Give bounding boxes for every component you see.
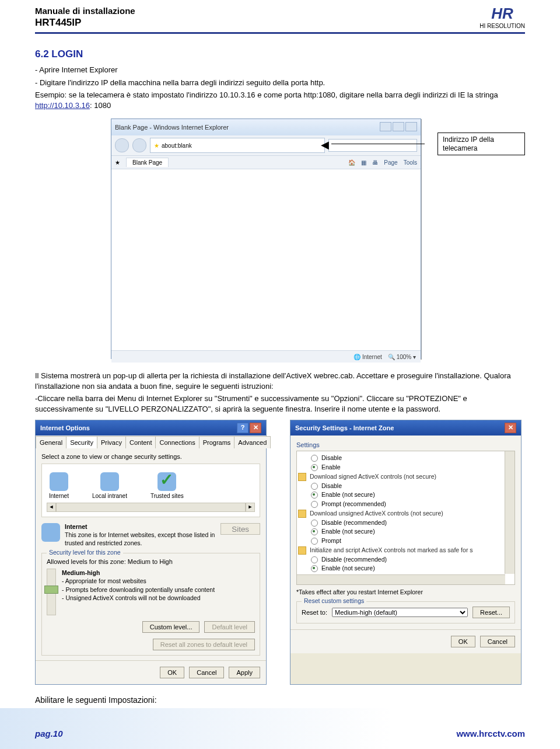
doc-title: Manuale di installazione xyxy=(35,6,525,16)
apply-button[interactable]: Apply xyxy=(229,667,260,678)
setting-option[interactable]: Prompt xyxy=(298,537,513,546)
tools-menu[interactable]: Tools xyxy=(404,159,417,166)
activex-icon xyxy=(298,473,306,481)
status-zoom[interactable]: 🔍 100% ▾ xyxy=(388,354,416,360)
tab-advanced[interactable]: Advanced xyxy=(234,436,271,448)
radio-icon[interactable] xyxy=(311,520,318,527)
setting-option[interactable]: Disable xyxy=(298,482,513,491)
ok-button[interactable]: OK xyxy=(451,636,475,647)
radio-icon[interactable] xyxy=(311,565,318,572)
setting-header: Download unsigned ActiveX controls (not … xyxy=(298,509,513,518)
window-buttons[interactable] xyxy=(379,122,417,133)
trusted-icon xyxy=(158,472,176,491)
favicon-icon: ★ xyxy=(154,142,159,149)
body-example: Esempio: se la telecamera è stato impost… xyxy=(35,90,525,110)
globe-icon xyxy=(50,472,68,491)
close-icon xyxy=(405,122,417,131)
reset-select[interactable]: Medium-high (default) xyxy=(332,608,468,617)
options-tabs: General Security Privacy Content Connect… xyxy=(36,436,266,448)
dialog-title: Security Settings - Internet Zone xyxy=(295,424,394,431)
search-box[interactable] xyxy=(328,139,417,152)
zone-local-intranet[interactable]: Local intranet xyxy=(92,472,127,499)
settings-label: Settings xyxy=(296,441,515,448)
forward-button[interactable] xyxy=(132,138,146,152)
ie-window: Blank Page - Windows Internet Explorer ★… xyxy=(111,119,421,359)
tab-security[interactable]: Security xyxy=(66,436,97,448)
zone-internet[interactable]: Internet xyxy=(49,472,69,499)
reset-to-label: Reset to: xyxy=(302,609,327,616)
custom-level-button[interactable]: Custom level... xyxy=(142,621,200,633)
sites-button: Sites xyxy=(220,523,260,535)
page-menu[interactable]: Page xyxy=(384,159,397,166)
tab-content[interactable]: Content xyxy=(125,436,156,448)
radio-icon[interactable] xyxy=(311,501,318,508)
default-level-button: Default level xyxy=(204,621,255,633)
radio-icon[interactable] xyxy=(311,483,318,490)
radio-icon[interactable] xyxy=(311,455,318,462)
back-button[interactable] xyxy=(115,138,129,152)
setting-option[interactable]: Prompt (recommended) xyxy=(298,500,513,509)
reset-all-zones-button: Reset all zones to default level xyxy=(153,639,255,650)
radio-icon[interactable] xyxy=(311,464,318,471)
allowed-levels: Allowed levels for this zone: Medium to … xyxy=(47,558,255,565)
feeds-icon[interactable]: ▦ xyxy=(361,159,366,166)
setting-header: Initialize and script ActiveX controls n… xyxy=(298,546,513,555)
horizontal-scrollbar[interactable] xyxy=(297,574,505,584)
radio-icon[interactable] xyxy=(311,492,318,499)
setting-option[interactable]: Enable xyxy=(298,463,513,472)
address-bar[interactable]: ★about:blank xyxy=(150,138,325,153)
internet-options-dialog: Internet Options ?✕ General Security Pri… xyxy=(35,420,267,685)
ie-content xyxy=(111,169,421,350)
setting-header: Download signed ActiveX controls (not se… xyxy=(298,472,513,482)
ie-titlebar: Blank Page - Windows Internet Explorer xyxy=(111,119,421,135)
radio-icon[interactable] xyxy=(311,556,318,563)
close-icon[interactable]: ✕ xyxy=(250,423,261,433)
zone-trusted-sites[interactable]: Trusted sites xyxy=(150,472,184,499)
radio-icon[interactable] xyxy=(311,538,318,545)
home-icon[interactable]: 🏠 xyxy=(348,159,355,166)
tab-privacy[interactable]: Privacy xyxy=(97,436,126,448)
setting-option[interactable]: Disable xyxy=(298,454,513,463)
globe-icon xyxy=(41,523,60,542)
print-icon[interactable]: 🖶 xyxy=(372,159,378,166)
section-title: 6.2 LOGIN xyxy=(35,48,525,60)
setting-option[interactable]: Enable (not secure) xyxy=(298,564,513,573)
zone-prompt: Select a zone to view or change security… xyxy=(41,453,260,460)
favorites-icon[interactable]: ★ xyxy=(115,159,120,166)
tab-programs[interactable]: Programs xyxy=(199,436,235,448)
settings-list[interactable]: DisableEnableDownload signed ActiveX con… xyxy=(296,451,515,585)
setting-option[interactable]: Enable (not secure) xyxy=(298,527,513,537)
dialog-title: Internet Options xyxy=(40,424,90,431)
page-number: pag.10 xyxy=(35,729,63,738)
zone-desc: This zone is for Internet websites, exce… xyxy=(65,531,215,546)
browser-tab[interactable]: Blank Page xyxy=(126,158,169,167)
example-url-link[interactable]: http://10.10.3.16 xyxy=(35,101,90,110)
radio-icon[interactable] xyxy=(311,528,318,535)
minimize-icon xyxy=(380,122,391,131)
body-line: - Aprire Internet Explorer xyxy=(35,65,525,75)
zone-scrollbar[interactable]: ◄► xyxy=(47,503,255,512)
callout-box: Indirizzo IP della telecamera xyxy=(438,133,525,155)
setting-option[interactable]: Disable (recommended) xyxy=(298,518,513,528)
cancel-button[interactable]: Cancel xyxy=(480,636,515,647)
ok-button[interactable]: OK xyxy=(160,667,184,678)
body-paragraph: -Cliccare nella barra dei Menu di Intern… xyxy=(35,393,525,414)
help-icon[interactable]: ? xyxy=(237,423,249,433)
close-icon[interactable]: ✕ xyxy=(505,423,516,433)
tab-connections[interactable]: Connections xyxy=(155,436,199,448)
setting-option[interactable]: Disable (recommended) xyxy=(298,555,513,565)
level-name: Medium-high xyxy=(62,569,100,576)
reset-button[interactable]: Reset... xyxy=(473,607,510,618)
tab-general[interactable]: General xyxy=(36,436,66,448)
body-line: - Digitare l'indirizzo IP della macchina… xyxy=(35,78,525,88)
setting-option[interactable]: Enable (not secure) xyxy=(298,490,513,500)
brand-logo: HR HI RESOLUTION xyxy=(480,5,525,29)
doc-model: HRT445IP xyxy=(35,17,525,29)
body-paragraph: Il Sistema mostrerà un pop-up di allerta… xyxy=(35,371,525,391)
vertical-scrollbar[interactable] xyxy=(505,451,514,574)
cancel-button[interactable]: Cancel xyxy=(189,667,224,678)
security-slider[interactable] xyxy=(47,569,56,615)
maximize-icon xyxy=(393,122,404,131)
ie-window-title: Blank Page - Windows Internet Explorer xyxy=(115,124,229,131)
bottom-instruction: Abilitare le seguenti Impostazioni: xyxy=(35,695,525,705)
